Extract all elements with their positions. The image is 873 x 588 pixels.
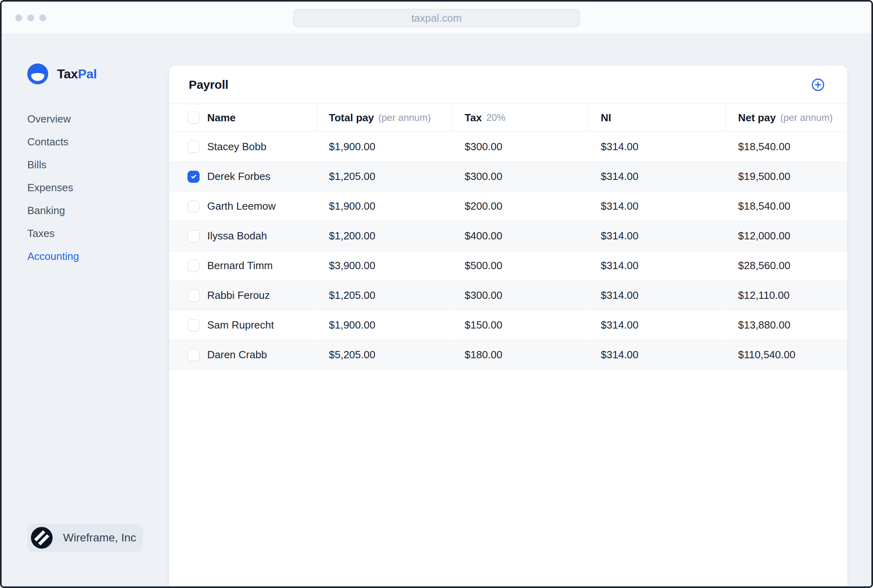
name-cell: Daren Crabb [169,340,316,370]
table-row[interactable]: Ilyssa Bodah$1,200.00$400.00$314.00$12,0… [169,221,847,251]
total-pay-cell: $1,900.00 [316,310,452,340]
net-pay-cell: $18,540.00 [726,192,847,221]
tax-cell: $300.00 [452,162,588,191]
sidebar-item-bills[interactable]: Bills [27,153,169,176]
row-checkbox[interactable] [188,200,200,212]
table-row[interactable]: Bernard Timm$3,900.00$500.00$314.00$28,5… [169,251,847,280]
column-header-net-pay: Net pay(per annum) [726,104,847,131]
table-row[interactable]: Stacey Bobb$1,900.00$300.00$314.00$18,54… [169,132,847,161]
name-cell: Stacey Bobb [169,132,316,161]
total-pay-cell: $1,900.00 [316,192,452,221]
window-dot [39,14,46,21]
checkmark-icon [190,173,197,180]
table-row[interactable]: Rabbi Ferouz$1,205.00$300.00$314.00$12,1… [169,280,847,310]
table-row[interactable]: Derek Forbes$1,205.00$300.00$314.00$19,5… [169,161,847,191]
total-pay-cell: $5,205.00 [316,340,452,370]
employee-name: Stacey Bobb [207,141,266,153]
window-dot [15,14,22,21]
brand-logo[interactable]: TaxPal [27,63,169,84]
table-row[interactable]: Sam Ruprecht$1,900.00$150.00$314.00$13,8… [169,310,847,340]
address-bar[interactable]: taxpal.com [293,9,580,27]
ni-cell: $314.00 [588,192,726,221]
employee-name: Sam Ruprecht [207,319,274,331]
column-header-name: Name [169,104,316,131]
net-pay-cell: $13,880.00 [726,310,847,340]
table-row[interactable]: Daren Crabb$5,205.00$180.00$314.00$110,5… [169,340,847,370]
ni-cell: $314.00 [588,281,726,310]
tax-cell: $150.00 [452,310,588,340]
net-pay-cell: $19,500.00 [726,162,847,191]
tax-cell: $500.00 [452,251,588,280]
card-header: Payroll [169,65,847,104]
name-cell: Derek Forbes [169,162,316,191]
sidebar-item-taxes[interactable]: Taxes [27,222,169,245]
ni-cell: $314.00 [588,310,726,340]
ni-cell: $314.00 [588,221,726,251]
brand-name: TaxPal [57,67,97,82]
table-header: NameTotal pay(per annum)Tax20%NINet pay(… [169,104,847,132]
page-title: Payroll [189,78,228,92]
row-checkbox[interactable] [188,171,200,183]
employee-name: Bernard Timm [207,259,273,272]
column-sublabel: (per annum) [780,112,833,123]
total-pay-cell: $1,200.00 [316,221,452,251]
row-checkbox[interactable] [188,230,200,242]
column-header-total-pay: Total pay(per annum) [316,104,452,131]
total-pay-cell: $1,205.00 [316,281,452,310]
ni-cell: $314.00 [588,132,726,161]
column-sublabel: 20% [486,112,506,123]
column-sublabel: (per annum) [378,112,431,123]
tax-cell: $300.00 [452,132,588,161]
total-pay-cell: $1,205.00 [316,162,452,191]
sidebar-item-accounting[interactable]: Accounting [27,245,169,268]
sidebar-nav: OverviewContactsBillsExpensesBankingTaxe… [27,108,169,268]
select-all-checkbox[interactable] [188,112,200,124]
net-pay-cell: $18,540.00 [726,132,847,161]
employee-name: Garth Leemow [207,200,276,212]
organization-name: Wireframe, Inc [63,531,136,544]
row-checkbox[interactable] [188,141,200,153]
table-row[interactable]: Garth Leemow$1,900.00$200.00$314.00$18,5… [169,191,847,221]
window-controls [15,14,46,21]
column-label: Total pay [329,112,374,124]
name-cell: Sam Ruprecht [169,310,316,340]
net-pay-cell: $28,560.00 [726,251,847,280]
browser-chrome: taxpal.com [2,2,871,35]
plus-circle-icon [811,78,825,92]
employee-name: Rabbi Ferouz [207,289,270,302]
add-button[interactable] [811,78,825,92]
name-cell: Garth Leemow [169,192,316,221]
sidebar-item-overview[interactable]: Overview [27,108,169,131]
tax-cell: $180.00 [452,340,588,370]
organization-badge[interactable]: Wireframe, Inc [27,524,143,552]
net-pay-cell: $110,540.00 [726,340,847,370]
row-checkbox[interactable] [188,290,200,302]
column-label: Name [207,112,236,124]
window-dot [27,14,34,21]
column-label: NI [601,112,611,124]
row-checkbox[interactable] [188,349,200,361]
sidebar-item-contacts[interactable]: Contacts [27,131,169,153]
payroll-card: Payroll NameTotal pay(per annum)Tax20%NI… [169,65,847,586]
total-pay-cell: $1,900.00 [316,132,452,161]
main-content: Payroll NameTotal pay(per annum)Tax20%NI… [169,35,871,586]
ni-cell: $314.00 [588,162,726,191]
table-body: Stacey Bobb$1,900.00$300.00$314.00$18,54… [169,132,847,370]
tax-cell: $400.00 [452,221,588,251]
name-cell: Ilyssa Bodah [169,221,316,251]
column-header-ni: NI [588,104,726,131]
sidebar-item-expenses[interactable]: Expenses [27,176,169,199]
row-checkbox[interactable] [188,260,200,272]
sidebar-item-banking[interactable]: Banking [27,199,169,222]
name-cell: Bernard Timm [169,251,316,280]
employee-name: Derek Forbes [207,170,271,183]
net-pay-cell: $12,110.00 [726,281,847,310]
net-pay-cell: $12,000.00 [726,221,847,251]
tax-cell: $300.00 [452,281,588,310]
taxpal-logo-icon [27,63,48,84]
tax-cell: $200.00 [452,192,588,221]
employee-name: Daren Crabb [207,349,267,361]
wireframe-logo-icon [31,527,53,549]
ni-cell: $314.00 [588,251,726,280]
row-checkbox[interactable] [188,319,200,331]
